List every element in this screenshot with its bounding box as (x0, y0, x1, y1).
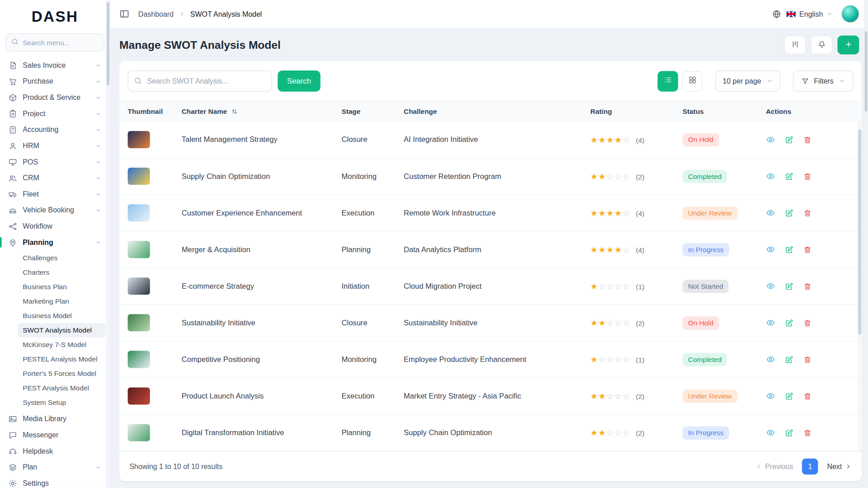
sidebar-subitem-pestel-analysis-model[interactable]: PESTEL Analysis Model (18, 352, 105, 366)
sidebar-item-workflow[interactable]: Workflow (5, 218, 106, 235)
language-selector[interactable]: English (787, 9, 833, 18)
edit-button[interactable] (785, 355, 794, 364)
view-button[interactable] (766, 318, 775, 328)
edit-button[interactable] (785, 392, 794, 401)
challenge-value: Market Entry Strategy - Asia Pacific (404, 392, 590, 400)
sidebar-subitem-pest-analysis-model[interactable]: PEST Analysis Model (18, 381, 105, 395)
per-page-select[interactable]: 10 per page (715, 70, 780, 92)
view-button[interactable] (766, 208, 775, 218)
column-charter-name: Charter Name (182, 108, 342, 115)
sidebar-subitem-mckinsey-7-s-model[interactable]: McKinsey 7-S Model (18, 338, 105, 352)
pagination: Previous 1 Next (755, 459, 852, 475)
sidebar-item-crm[interactable]: CRM (5, 170, 106, 186)
sidebar-item-vehicle-booking[interactable]: Vehicle Booking (5, 202, 106, 218)
view-button[interactable] (766, 391, 775, 401)
sidebar-item-project[interactable]: Project (5, 105, 106, 122)
sidebar-subitem-business-model[interactable]: Business Model (18, 309, 105, 323)
sidebar-item-pos[interactable]: POS (5, 154, 106, 170)
sidebar-item-accounting[interactable]: Accounting (5, 122, 106, 138)
edit-button[interactable] (785, 208, 794, 217)
list-view-button[interactable] (658, 71, 678, 91)
edit-button[interactable] (785, 318, 794, 327)
table-row: Merger & Acquisition Planning Data Analy… (119, 231, 862, 268)
breadcrumb-dashboard[interactable]: Dashboard (138, 9, 174, 18)
sidebar-subitem-swot-analysis-model[interactable]: SWOT Analysis Model (18, 323, 105, 338)
previous-page-button[interactable]: Previous (755, 462, 793, 470)
delete-button[interactable] (803, 392, 812, 401)
logo[interactable]: DASH (0, 0, 110, 33)
sidebar-item-sales-invoice[interactable]: Sales Invoice (5, 57, 106, 74)
sidebar-item-plan[interactable]: Plan (5, 459, 106, 475)
sidebar-search[interactable] (5, 33, 104, 52)
sidebar-item-product-service[interactable]: Product & Service (5, 89, 106, 106)
row-thumbnail[interactable] (128, 168, 150, 185)
globe-icon[interactable] (772, 9, 782, 19)
table-scrollbar[interactable] (858, 122, 861, 451)
add-button[interactable] (837, 36, 859, 55)
grid-view-button[interactable] (682, 71, 703, 91)
edit-button[interactable] (785, 135, 794, 144)
next-page-button[interactable]: Next (827, 462, 852, 470)
sidebar-item-helpdesk[interactable]: Helpdesk (5, 443, 106, 459)
edit-button[interactable] (785, 172, 794, 181)
sidebar-subitem-porter-s-5-forces-model[interactable]: Porter's 5 Forces Model (18, 366, 105, 381)
sidebar-toggle-icon[interactable] (119, 9, 129, 19)
delete-button[interactable] (803, 245, 812, 254)
view-button[interactable] (766, 282, 775, 291)
view-button[interactable] (766, 245, 775, 254)
edit-button[interactable] (785, 282, 794, 291)
row-thumbnail[interactable] (128, 314, 150, 331)
sidebar-item-fleet[interactable]: Fleet (5, 186, 106, 202)
delete-button[interactable] (803, 282, 812, 291)
sort-icon[interactable] (231, 108, 238, 115)
view-button[interactable] (766, 135, 775, 145)
chevron-right-icon (179, 10, 185, 17)
row-thumbnail[interactable] (128, 241, 150, 258)
page-number-button[interactable]: 1 (802, 459, 818, 475)
sidebar-scrollbar[interactable] (106, 0, 110, 488)
table-row: Talent Management Strategy Closure AI In… (119, 122, 862, 158)
sidebar-item-hrm[interactable]: HRM (5, 138, 106, 154)
delete-button[interactable] (803, 318, 812, 327)
row-thumbnail[interactable] (128, 387, 150, 404)
search-button[interactable]: Search (278, 70, 320, 92)
table-search-input[interactable] (128, 70, 272, 92)
view-button[interactable] (766, 428, 775, 437)
delete-button[interactable] (803, 355, 812, 364)
sidebar-search-input[interactable] (23, 38, 95, 46)
sidebar-subitem-marketing-plan[interactable]: Marketing Plan (18, 294, 105, 309)
sidebar-item-planning[interactable]: Planning (5, 234, 106, 250)
row-thumbnail[interactable] (128, 277, 150, 295)
sidebar-item-settings[interactable]: Settings (5, 475, 106, 488)
per-page-value: 10 per page (722, 77, 761, 85)
edit-button[interactable] (785, 428, 794, 437)
sidebar-item-messenger[interactable]: Messenger (5, 427, 106, 443)
delete-button[interactable] (803, 135, 812, 144)
kanban-view-button[interactable] (784, 36, 806, 55)
sidebar-subitem-charters[interactable]: Charters (18, 265, 105, 280)
view-button[interactable] (766, 172, 775, 181)
status-badge: Completed (683, 169, 727, 183)
row-thumbnail[interactable] (128, 351, 150, 368)
row-thumbnail[interactable] (128, 424, 150, 441)
table-row: Product Launch Analysis Execution Market… (119, 378, 862, 415)
filters-button[interactable]: Filters (793, 70, 854, 92)
delete-button[interactable] (803, 172, 812, 181)
sidebar-item-purchase[interactable]: Purchase (5, 73, 106, 89)
view-button[interactable] (766, 355, 775, 364)
row-thumbnail[interactable] (128, 131, 150, 148)
chevron-down-icon (95, 191, 102, 197)
sidebar-subitem-business-plan[interactable]: Business Plan (18, 280, 105, 294)
window-scrollbar[interactable] (864, 0, 868, 488)
avatar[interactable] (841, 5, 859, 23)
delete-button[interactable] (803, 428, 812, 437)
sidebar-subitem-challenges[interactable]: Challenges (18, 251, 105, 265)
edit-button[interactable] (785, 245, 794, 254)
rating-count: (1) (636, 283, 645, 291)
rating-stars: ★★☆☆☆ (590, 172, 630, 180)
delete-button[interactable] (803, 208, 812, 217)
sidebar-item-media-library[interactable]: Media Library (5, 411, 106, 427)
row-thumbnail[interactable] (128, 204, 150, 221)
sidebar-subitem-system-setup[interactable]: System Setup (18, 395, 105, 410)
notifications-button[interactable] (811, 36, 832, 55)
